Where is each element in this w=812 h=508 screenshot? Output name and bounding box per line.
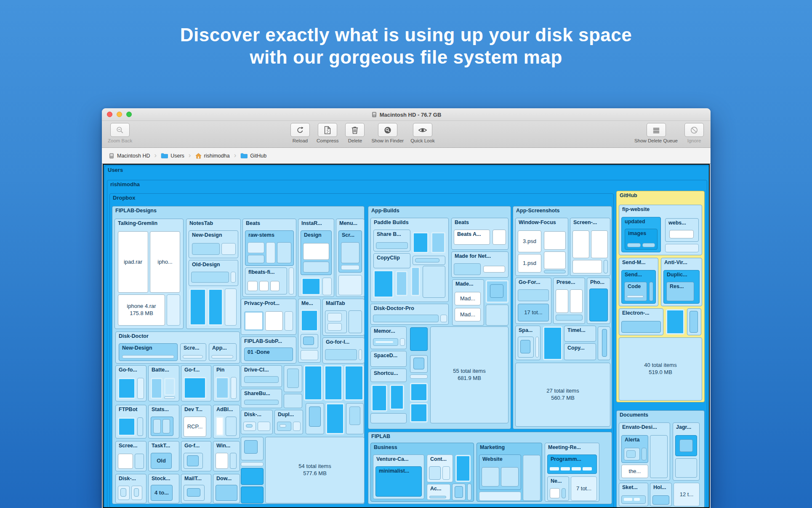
treemap-node-tile[interactable]: [287, 369, 299, 388]
treemap-node-tile[interactable]: [561, 467, 570, 471]
treemap-node-tile[interactable]: [216, 417, 224, 436]
treemap-node-17-tot[interactable]: 17 tot...: [518, 304, 549, 321]
treemap-node-01-done[interactable]: 01 -Done: [244, 348, 293, 361]
treemap-node-tile[interactable]: [415, 258, 439, 262]
treemap-node-mad[interactable]: Mad...: [455, 292, 481, 305]
treemap-node-tile[interactable]: [231, 272, 236, 283]
treemap-node-tile[interactable]: [244, 400, 279, 405]
treemap-node-ipho[interactable]: ipho...: [150, 231, 180, 293]
treemap-node-tile[interactable]: [518, 289, 549, 301]
treemap-node-tile[interactable]: [244, 311, 264, 331]
treemap-node-40-total-items-519-0-mb[interactable]: 40 total items 519.0 MB: [619, 337, 702, 401]
breadcrumb-item-github[interactable]: GitHub: [239, 153, 268, 159]
treemap-node-tile[interactable]: [241, 468, 264, 485]
treemap-node-tile[interactable]: [349, 406, 360, 425]
treemap-node-tile[interactable]: [284, 394, 302, 408]
treemap-node-tile[interactable]: [303, 337, 314, 345]
treemap-node-the[interactable]: the...: [621, 465, 648, 478]
treemap-node-tile[interactable]: [326, 403, 344, 434]
zoom-back-button[interactable]: Zoom Back: [108, 123, 132, 143]
treemap-node-tile[interactable]: [277, 242, 291, 263]
treemap-node-tile[interactable]: [341, 242, 359, 263]
breadcrumb-item-rishimodha[interactable]: rishimodha: [194, 153, 232, 159]
treemap-node-tile[interactable]: [327, 323, 342, 331]
treemap-node-12-t[interactable]: 12 t...: [674, 483, 700, 506]
breadcrumb-item-users[interactable]: Users: [159, 153, 186, 159]
treemap-node-tile[interactable]: [135, 454, 144, 469]
treemap-node-tile[interactable]: [483, 266, 505, 273]
treemap-node-tile[interactable]: [231, 377, 237, 399]
treemap-node-7-tot[interactable]: 7 tot...: [571, 476, 597, 501]
treemap-node-tile[interactable]: [624, 498, 632, 501]
treemap-node-tile[interactable]: [187, 455, 199, 466]
treemap-node-tile[interactable]: [230, 453, 237, 469]
treemap-node-tile[interactable]: [455, 486, 463, 498]
treemap-node-tile[interactable]: [344, 365, 364, 401]
treemap-node-tile[interactable]: [241, 487, 264, 503]
treemap-node-tile[interactable]: [241, 462, 264, 466]
treemap-node-tile[interactable]: [520, 340, 530, 353]
treemap-node-tile[interactable]: [153, 419, 161, 433]
treemap-node-tile[interactable]: [289, 267, 294, 294]
treemap-node-tile[interactable]: [301, 350, 318, 360]
treemap-node-copyclip[interactable]: CopyClip: [373, 253, 410, 268]
treemap-node-tile[interactable]: [327, 313, 342, 321]
treemap-node-tile[interactable]: [118, 378, 136, 399]
treemap-node-tile[interactable]: [604, 260, 608, 273]
treemap-node-1-psd[interactable]: 1.psd: [518, 254, 541, 273]
treemap-node-tile[interactable]: [490, 284, 503, 298]
treemap-node-tile[interactable]: [675, 458, 697, 478]
treemap-node-sharebu[interactable]: ShareBu...: [241, 389, 282, 408]
treemap-node-tile[interactable]: [482, 467, 499, 487]
treemap-node-tile[interactable]: [167, 294, 180, 326]
treemap-node-tile[interactable]: [589, 289, 608, 321]
treemap-node-tile[interactable]: [650, 435, 668, 478]
treemap-node-shortcu[interactable]: Shortcu...: [370, 369, 407, 382]
treemap-node-tile[interactable]: [324, 365, 343, 401]
treemap-node-copy[interactable]: Copy...: [564, 343, 596, 360]
ignore-button[interactable]: Ignore: [684, 123, 704, 143]
show-delete-queue-button[interactable]: Show Delete Queue: [634, 123, 678, 143]
treemap-node-tile[interactable]: [501, 467, 519, 487]
treemap-node-timel[interactable]: Timel...: [564, 326, 596, 342]
treemap-node-tile[interactable]: [572, 467, 581, 471]
treemap-node-mad[interactable]: Mad...: [455, 308, 481, 321]
treemap-node-tile[interactable]: [455, 455, 471, 482]
treemap-node-tile[interactable]: [120, 488, 126, 497]
treemap-node-tile[interactable]: [208, 289, 223, 326]
treemap-node-tile[interactable]: [259, 281, 269, 291]
treemap-node-3-psd[interactable]: 3.psd: [518, 230, 541, 252]
treemap-node-tile[interactable]: [164, 378, 175, 396]
treemap-node-tile[interactable]: [373, 270, 394, 298]
treemap-node-old[interactable]: Old: [151, 453, 172, 469]
treemap-node-tile[interactable]: [359, 349, 362, 360]
treemap-node-tile[interactable]: [431, 232, 445, 253]
treemap-node-27-total-items-560-7-mb[interactable]: 27 total items 560.7 MB: [515, 363, 610, 427]
treemap-node-tile[interactable]: [211, 355, 233, 358]
treemap-node-tile[interactable]: [118, 454, 133, 469]
treemap-node-tile[interactable]: [442, 466, 450, 480]
treemap-node-tile[interactable]: [642, 243, 655, 247]
treemap-node-tile[interactable]: [410, 383, 428, 401]
treemap-node-tile[interactable]: [325, 349, 357, 360]
treemap-node-tile[interactable]: [390, 385, 404, 410]
treemap-node-tile[interactable]: [467, 484, 471, 500]
treemap-node-tile[interactable]: [293, 422, 301, 431]
treemap-node-tile[interactable]: [244, 440, 258, 454]
treemap-node-tile[interactable]: [413, 358, 424, 369]
treemap-node-tile[interactable]: [301, 310, 318, 332]
treemap-node-tile[interactable]: [556, 289, 568, 313]
treemap-node-tile[interactable]: [493, 230, 506, 245]
treemap-node-tile[interactable]: [583, 467, 592, 471]
treemap-node-tile[interactable]: [349, 310, 362, 333]
breadcrumb-item-macintosh-hd[interactable]: Macintosh HD: [107, 153, 152, 159]
treemap-node-minimalist[interactable]: minimalist...: [375, 466, 422, 497]
treemap-node-tile[interactable]: [591, 230, 608, 258]
treemap-node-tile[interactable]: [280, 424, 286, 428]
treemap-node-tile[interactable]: [544, 270, 566, 273]
treemap-node-tile[interactable]: [376, 242, 408, 249]
treemap-node-tile[interactable]: [216, 377, 229, 399]
treemap-node-tile[interactable]: [341, 265, 359, 270]
treemap-node-tile[interactable]: [410, 374, 428, 379]
treemap-node-tile[interactable]: [285, 311, 293, 331]
